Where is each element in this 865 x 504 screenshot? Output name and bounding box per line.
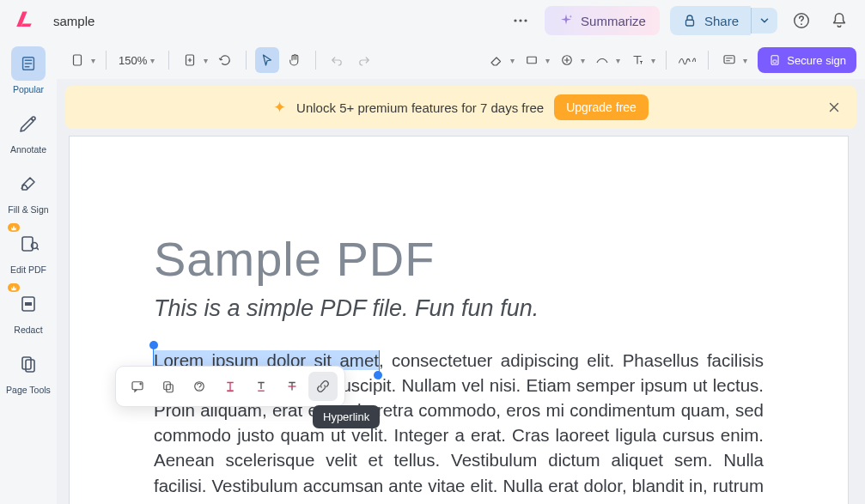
document-title: Sample PDF	[154, 231, 764, 287]
chevron-down-icon[interactable]: ▾	[202, 56, 210, 65]
svg-rect-18	[724, 56, 734, 64]
secure-sign-label: Secure sign	[787, 54, 846, 67]
sidebar-label: Edit PDF	[10, 264, 46, 275]
signature-icon[interactable]	[675, 47, 699, 73]
edit-pdf-icon	[18, 234, 39, 254]
svg-rect-12	[22, 357, 31, 369]
lock-icon	[682, 13, 697, 28]
sparkle-icon	[558, 13, 574, 28]
draw-icon[interactable]	[590, 47, 614, 73]
page: Sample PDF This is a simple PDF file. Fu…	[69, 136, 849, 504]
eraser-icon[interactable]	[484, 47, 509, 73]
share-dropdown[interactable]	[751, 8, 777, 33]
promo-text: Unlock 5+ premium features for 7 days fr…	[296, 100, 544, 115]
svg-rect-16	[527, 57, 537, 64]
upgrade-button[interactable]: Upgrade free	[554, 94, 649, 120]
more-menu-icon[interactable]	[507, 7, 534, 34]
zoom-value: 150%	[119, 54, 147, 67]
svg-point-25	[198, 389, 199, 390]
sidebar-item-fill-sign[interactable]: Fill & Sign	[3, 167, 53, 215]
share-button[interactable]: Share	[670, 6, 751, 35]
svg-point-0	[515, 19, 517, 21]
promo-bar: ✦ Unlock 5+ premium features for 7 days …	[65, 86, 856, 129]
secure-sign-button[interactable]: Secure sign	[758, 47, 856, 73]
sidebar-label: Popular	[13, 84, 44, 94]
document-subtitle: This is a simple PDF file. Fun fun fun.	[154, 295, 764, 322]
highlight-icon[interactable]	[216, 372, 245, 401]
popular-icon	[19, 54, 38, 73]
sidebar-item-page-tools[interactable]: Page Tools	[3, 347, 53, 395]
chevron-down-icon	[758, 15, 771, 27]
sidebar-label: Annotate	[10, 144, 46, 155]
chevron-down-icon[interactable]: ▾	[544, 56, 551, 65]
strikethrough-icon[interactable]	[277, 372, 307, 401]
redact-icon	[18, 294, 39, 314]
toolbar: ▾ 150% ▾ ▾ ▾	[57, 41, 865, 79]
chevron-down-icon[interactable]: ▾	[614, 56, 622, 65]
document-name[interactable]: sample	[53, 14, 94, 28]
copy-icon[interactable]	[154, 372, 183, 401]
svg-rect-23	[167, 385, 174, 392]
page-tools-icon	[18, 354, 39, 374]
sidebar-label: Fill & Sign	[8, 204, 48, 215]
pro-badge	[8, 283, 20, 292]
pan-tool-icon[interactable]	[283, 47, 307, 73]
zoom-select[interactable]: 150% ▾	[115, 54, 160, 67]
text-icon[interactable]	[625, 47, 649, 73]
logo-icon[interactable]	[12, 9, 36, 33]
document-area[interactable]: Sample PDF This is a simple PDF file. Fu…	[57, 136, 865, 504]
fill-sign-icon	[18, 173, 39, 194]
sparkle-icon: ✦	[273, 98, 286, 117]
stamp-icon[interactable]	[555, 47, 579, 73]
sidebar-label: Page Tools	[6, 385, 51, 395]
context-toolbar	[115, 366, 345, 407]
shape-icon[interactable]	[520, 47, 544, 73]
svg-point-5	[801, 23, 802, 25]
svg-point-1	[520, 19, 522, 21]
bell-icon[interactable]	[825, 7, 853, 34]
summarize-button[interactable]: Summarize	[545, 6, 660, 35]
svg-rect-22	[164, 382, 171, 390]
comment-icon[interactable]	[717, 47, 741, 73]
share-label: Share	[704, 14, 739, 28]
underline-icon[interactable]	[247, 372, 276, 401]
page-menu-icon[interactable]	[65, 47, 89, 73]
undo-icon[interactable]	[325, 47, 349, 73]
svg-rect-14	[74, 55, 82, 65]
chevron-down-icon[interactable]: ▾	[509, 56, 516, 65]
new-page-icon[interactable]	[178, 47, 202, 73]
sidebar-label: Redact	[14, 325, 42, 335]
annotate-icon	[18, 113, 39, 134]
sidebar: Popular Annotate Fill & Sign Edit PDF	[0, 41, 57, 504]
sidebar-item-popular[interactable]: Popular	[3, 46, 53, 94]
tooltip: Hyperlink	[313, 405, 380, 428]
summarize-label: Summarize	[581, 14, 646, 28]
chevron-down-icon[interactable]: ▾	[579, 56, 587, 65]
hyperlink-icon[interactable]	[308, 372, 338, 401]
svg-point-7	[32, 117, 35, 120]
sidebar-item-redact[interactable]: Redact	[3, 287, 53, 335]
document-lock-icon	[768, 53, 782, 67]
redo-icon[interactable]	[352, 47, 376, 73]
svg-rect-11	[25, 302, 32, 306]
svg-rect-3	[685, 20, 693, 26]
svg-rect-20	[773, 60, 777, 63]
svg-rect-13	[26, 360, 34, 372]
header: sample Summarize Share	[0, 0, 865, 41]
pro-badge	[8, 223, 20, 232]
chevron-down-icon[interactable]: ▾	[649, 56, 657, 65]
svg-point-2	[525, 19, 527, 21]
select-tool-icon[interactable]	[255, 47, 279, 73]
chevron-down-icon: ▾	[149, 56, 156, 65]
sidebar-item-edit-pdf[interactable]: Edit PDF	[3, 227, 53, 275]
main: ▾ 150% ▾ ▾ ▾	[57, 41, 865, 504]
comment-icon[interactable]	[123, 372, 152, 401]
close-icon[interactable]	[824, 97, 844, 118]
help-icon[interactable]	[788, 7, 815, 34]
chevron-down-icon[interactable]: ▾	[741, 56, 749, 65]
chevron-down-icon[interactable]: ▾	[89, 56, 97, 65]
rotate-icon[interactable]	[213, 47, 237, 73]
sidebar-item-annotate[interactable]: Annotate	[3, 106, 53, 155]
highlight-style-icon[interactable]	[185, 372, 214, 401]
